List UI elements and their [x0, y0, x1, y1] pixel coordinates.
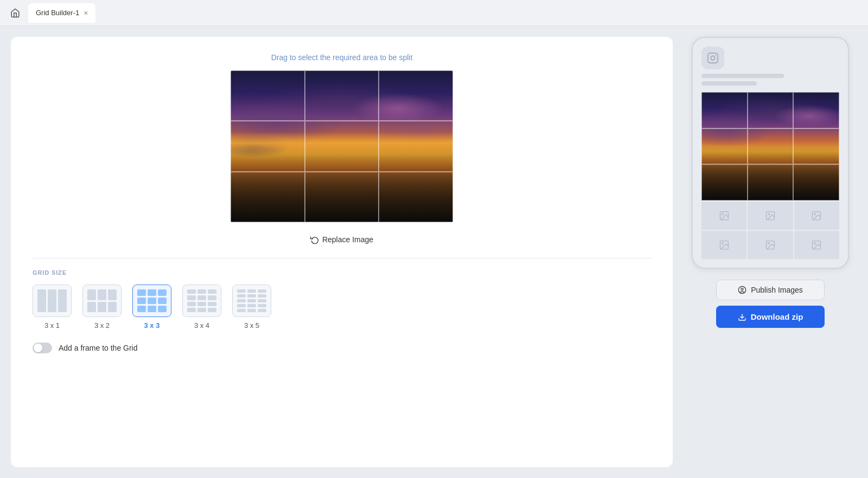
toggle-knob	[34, 344, 42, 352]
topbar: Grid Builder-1 ×	[0, 0, 868, 26]
svg-point-6	[768, 214, 770, 215]
action-buttons: Publish Images Download zip	[716, 280, 825, 328]
download-zip-button[interactable]: Download zip	[716, 306, 825, 328]
tab-grid-builder[interactable]: Grid Builder-1 ×	[28, 3, 95, 23]
grid-option-3x1[interactable]: 3 x 1	[33, 285, 72, 330]
thumb-cell	[748, 202, 793, 230]
svg-point-4	[722, 214, 723, 215]
frame-label: Add a frame to the Grid	[59, 344, 138, 352]
sunset-image	[231, 70, 453, 222]
main-image-container[interactable]	[231, 70, 453, 222]
thumb-cell	[748, 231, 793, 259]
svg-point-8	[814, 214, 816, 215]
frame-toggle-row: Add a frame to the Grid	[33, 343, 138, 353]
grid-label-3x3: 3 x 3	[144, 321, 160, 330]
grid-label-3x1: 3 x 1	[44, 321, 60, 330]
svg-point-14	[814, 243, 816, 244]
grid-option-3x2[interactable]: 3 x 2	[82, 285, 122, 330]
divider	[33, 258, 651, 259]
drag-hint: Drag to select the required area to be s…	[271, 53, 413, 62]
svg-point-10	[722, 243, 723, 244]
grid-size-options: 3 x 1 3 x 2 3 x 3	[33, 285, 271, 330]
phone-sunset-image	[701, 92, 839, 201]
svg-point-2	[715, 55, 716, 56]
grid-option-3x3[interactable]: 3 x 3	[132, 285, 171, 330]
grid-icon-3x3	[132, 285, 171, 317]
svg-point-16	[741, 288, 743, 290]
frame-toggle[interactable]	[33, 343, 52, 353]
phone-thumbnails-row2	[701, 231, 839, 259]
phone-text-lines	[701, 74, 839, 86]
replace-image-button[interactable]: Replace Image	[304, 232, 380, 247]
grid-option-3x4[interactable]: 3 x 4	[182, 285, 221, 330]
phone-main-image	[701, 92, 839, 201]
phone-thumbnails-row1	[701, 202, 839, 230]
svg-rect-0	[708, 53, 718, 63]
thumb-cell	[794, 231, 839, 259]
thumb-cell	[701, 202, 746, 230]
download-label: Download zip	[751, 312, 803, 321]
phone-header	[701, 47, 839, 92]
grid-icon-3x2	[82, 285, 122, 317]
thumb-cell	[794, 202, 839, 230]
tab-label: Grid Builder-1	[36, 9, 79, 17]
phone-line-2	[701, 81, 757, 86]
home-button[interactable]	[7, 4, 24, 22]
svg-point-1	[711, 56, 714, 60]
thumb-cell	[701, 231, 746, 259]
grid-icon-3x1	[33, 285, 72, 317]
svg-point-12	[768, 243, 770, 244]
grid-label-3x5: 3 x 5	[244, 321, 259, 330]
grid-size-label: GRID SIZE	[33, 269, 67, 276]
grid-icon-3x4	[182, 285, 221, 317]
grid-icon-3x5	[232, 285, 271, 317]
left-panel: Drag to select the required area to be s…	[11, 37, 673, 467]
right-panel: Publish Images Download zip	[684, 37, 857, 467]
instagram-icon	[701, 47, 724, 69]
publish-images-button[interactable]: Publish Images	[716, 280, 825, 300]
tab-close-button[interactable]: ×	[84, 9, 88, 17]
replace-label: Replace Image	[322, 235, 373, 244]
publish-label: Publish Images	[751, 286, 803, 294]
grid-label-3x4: 3 x 4	[194, 321, 209, 330]
phone-line-1	[701, 74, 784, 78]
phone-mockup	[692, 37, 849, 269]
grid-option-3x5[interactable]: 3 x 5	[232, 285, 271, 330]
grid-label-3x2: 3 x 2	[94, 321, 110, 330]
svg-point-15	[738, 286, 745, 293]
main-layout: Drag to select the required area to be s…	[0, 26, 868, 478]
